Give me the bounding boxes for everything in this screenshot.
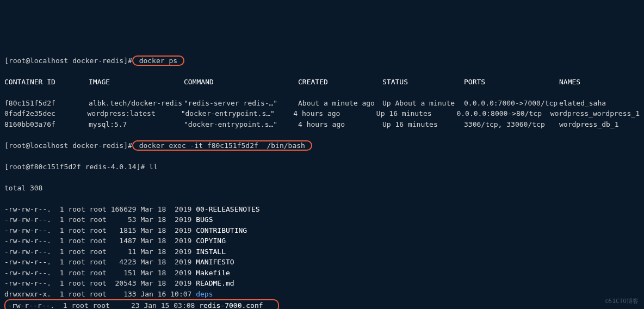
cmd-highlight-1: docker ps [132, 55, 184, 66]
container-image: mysql:5.7 [89, 119, 184, 130]
file-meta: -rw-rw-r--. 1 root root 11 Mar 18 2019 [4, 248, 196, 256]
terminal-output[interactable]: [root@localhost docker-redis]# docker ps… [4, 45, 640, 309]
total-line: total 308 [4, 183, 640, 194]
container-status: Up 16 minutes [382, 119, 464, 130]
header-ports: PORTS [464, 77, 559, 88]
prompt-line-1: [root@localhost docker-redis]# docker ps [4, 55, 640, 66]
ps-row: 8160bb03a76fmysql:5.7"docker-entrypoint.… [4, 119, 640, 130]
file-row: -rw-rw-r--. 1 root root 53 Mar 18 2019 B… [4, 214, 640, 225]
container-status: Up 16 minutes [376, 108, 457, 119]
file-row: -rw-rw-r--. 1 root root 151 Mar 18 2019 … [4, 268, 640, 279]
watermark-text: ©51CTO博客 [605, 297, 639, 306]
container-names: wordpress_db_1 [559, 119, 640, 130]
file-row: -rw-r--r--. 1 root root 23 Jan 15 03:08 … [4, 299, 640, 309]
cmd-text: docker exec -it f80c151f5d2f /bin/bash [135, 141, 309, 150]
file-meta: -rw-rw-r--. 1 root root 4223 Mar 18 2019 [4, 258, 196, 266]
container-names: wordpress_wordpress_1 [550, 108, 640, 119]
file-name: CONTRIBUTING [196, 226, 247, 234]
file-meta: -rw-rw-r--. 1 root root 166629 Mar 18 20… [4, 205, 196, 213]
file-name: BUGS [196, 215, 213, 224]
file-meta: -rw-rw-r--. 1 root root 20543 Mar 18 201… [4, 279, 196, 287]
container-ports: 0.0.0.0:7000->7000/tcp [464, 98, 559, 109]
file-row: -rw-rw-r--. 1 root root 1815 Mar 18 2019… [4, 225, 640, 236]
file-meta: -rw-rw-r--. 1 root root 1815 Mar 18 2019 [4, 226, 196, 234]
header-status: STATUS [382, 77, 464, 88]
container-ports: 0.0.0.0:8000->80/tcp [456, 108, 550, 119]
file-name: INSTALL [196, 248, 226, 256]
container-command: "docker-entrypoint.s…" [181, 108, 294, 119]
cmd-text: docker ps [135, 57, 182, 65]
file-row: -rw-rw-r--. 1 root root 20543 Mar 18 201… [4, 278, 640, 289]
header-image: IMAGE [89, 77, 184, 88]
container-created: 4 hours ago [298, 119, 382, 130]
file-meta: drwxrwxr-x. 1 root root 133 Jan 16 10:07 [4, 290, 196, 298]
file-name: redis-7000.conf [199, 301, 263, 309]
header-container-id: CONTAINER ID [4, 77, 89, 88]
container-ports: 3306/tcp, 33060/tcp [464, 119, 559, 130]
cmd-highlight-2: docker exec -it f80c151f5d2f /bin/bash [132, 140, 312, 151]
file-name: COPYING [196, 237, 226, 245]
file-row: -rw-rw-r--. 1 root root 4223 Mar 18 2019… [4, 257, 640, 268]
prompt-line-3: [root@f80c151f5d2f redis-4.0.14]# ll [4, 162, 640, 172]
file-name: Makefile [196, 269, 230, 277]
container-image: albk.tech/docker-redis [89, 98, 184, 109]
container-command: "docker-entrypoint.s…" [184, 119, 298, 130]
container-id: 0fadf2e35dec [4, 108, 88, 119]
ps-header-row: CONTAINER IDIMAGECOMMANDCREATEDSTATUSPOR… [4, 77, 640, 88]
file-meta: -rw-rw-r--. 1 root root 53 Mar 18 2019 [4, 215, 196, 224]
container-created: 4 hours ago [293, 108, 376, 119]
file-row: -rw-rw-r--. 1 root root 166629 Mar 18 20… [4, 204, 640, 215]
header-command: COMMAND [184, 77, 298, 88]
container-status: Up About a minute [382, 98, 464, 109]
container-id: 8160bb03a76f [4, 119, 89, 130]
container-created: About a minute ago [298, 98, 382, 109]
file-meta: -rw-r--r--. 1 root root 23 Jan 15 03:08 [8, 301, 199, 309]
container-command: "redis-server redis-…" [184, 98, 298, 109]
file-meta: -rw-rw-r--. 1 root root 1487 Mar 18 2019 [4, 237, 196, 245]
file-row: -rw-rw-r--. 1 root root 1487 Mar 18 2019… [4, 236, 640, 246]
header-names: NAMES [559, 77, 640, 88]
container-image: wordpress:latest [88, 108, 181, 119]
file-name: 00-RELEASENOTES [196, 205, 259, 213]
file-row: -rw-rw-r--. 1 root root 11 Mar 18 2019 I… [4, 246, 640, 257]
file-highlight: -rw-r--r--. 1 root root 23 Jan 15 03:08 … [4, 299, 279, 309]
container-names: elated_saha [559, 98, 640, 109]
header-created: CREATED [298, 77, 382, 88]
container-id: f80c151f5d2f [4, 98, 89, 109]
file-name: README.md [196, 279, 234, 287]
prompt-prefix: [root@localhost docker-redis]# [4, 141, 132, 150]
ps-row: 0fadf2e35decwordpress:latest"docker-entr… [4, 108, 640, 119]
file-row: drwxrwxr-x. 1 root root 133 Jan 16 10:07… [4, 289, 640, 300]
file-meta: -rw-rw-r--. 1 root root 151 Mar 18 2019 [4, 269, 196, 277]
file-name: MANIFESTO [196, 258, 234, 266]
prompt-line-2: [root@localhost docker-redis]# docker ex… [4, 140, 640, 151]
prompt-prefix: [root@localhost docker-redis]# [4, 57, 132, 65]
file-name: deps [196, 290, 213, 298]
ps-row: f80c151f5d2falbk.tech/docker-redis"redis… [4, 98, 640, 109]
